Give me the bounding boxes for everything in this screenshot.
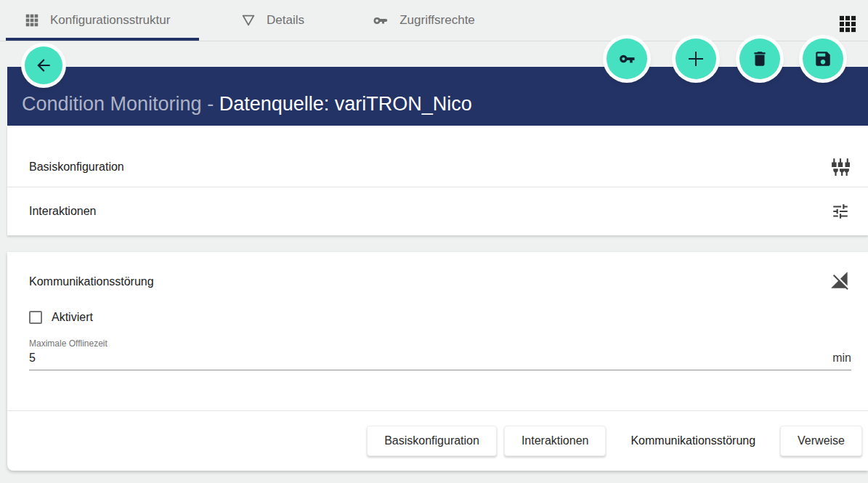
section-label: Basiskonfiguration xyxy=(29,161,124,174)
page-title: Condition Monitoring - Datenquelle: vari… xyxy=(22,93,472,115)
tab-zugriffsrechte[interactable]: Zugriffsrechte xyxy=(340,0,507,41)
field-unit-suffix: min xyxy=(832,352,851,365)
top-tab-bar: Konfigurationsstruktur Details Zugriffsr… xyxy=(0,0,868,41)
funnel-icon xyxy=(240,12,256,28)
trash-icon xyxy=(750,49,769,68)
add-button[interactable] xyxy=(676,38,716,79)
active-tab-underline xyxy=(6,38,199,41)
signal-off-icon xyxy=(830,271,850,291)
apps-grid-button[interactable] xyxy=(836,12,859,36)
checkbox-label: Aktiviert xyxy=(52,311,93,324)
max-offline-time-field: Maximale Offlinezeit min xyxy=(29,338,846,370)
key-icon xyxy=(372,12,389,29)
grid-icon xyxy=(24,12,40,28)
back-button[interactable] xyxy=(25,46,62,84)
page-header: Condition Monitoring - Datenquelle: vari… xyxy=(7,67,868,126)
page-title-context: Condition Monitoring - xyxy=(22,93,219,115)
footer-button-basiskonfiguration[interactable]: Basiskonfiguration xyxy=(367,426,497,456)
footer-button-interaktionen[interactable]: Interaktionen xyxy=(504,426,607,456)
key-icon xyxy=(617,49,637,69)
save-button[interactable] xyxy=(803,38,843,79)
tab-label: Details xyxy=(267,13,304,28)
arrow-left-icon xyxy=(34,56,53,75)
tab-label: Konfigurationsstruktur xyxy=(50,13,170,28)
input-composite-icon xyxy=(831,158,850,176)
section-row-interaktionen[interactable]: Interaktionen xyxy=(7,187,868,235)
kommunikationsstoerung-panel: Kommunikationsstörung Aktiviert Maximale… xyxy=(7,252,868,471)
tune-icon xyxy=(831,202,850,221)
max-offline-time-input[interactable] xyxy=(29,352,832,365)
tab-details[interactable]: Details xyxy=(205,0,340,41)
footer-button-verweise[interactable]: Verweise xyxy=(780,426,862,456)
panel-footer-nav: Basiskonfiguration Interaktionen Kommuni… xyxy=(7,411,868,471)
section-row-basiskonfiguration[interactable]: Basiskonfiguration xyxy=(7,126,868,187)
field-underline: min xyxy=(29,352,851,370)
plus-icon xyxy=(685,48,707,70)
section-label: Interaktionen xyxy=(29,205,97,218)
apps-grid-icon xyxy=(837,14,858,34)
app-window: Konfigurationsstruktur Details Zugriffsr… xyxy=(0,0,868,483)
delete-button[interactable] xyxy=(739,38,780,79)
access-rights-button[interactable] xyxy=(607,38,647,79)
aktiviert-checkbox-row[interactable]: Aktiviert xyxy=(29,311,868,324)
aktiviert-checkbox[interactable] xyxy=(29,311,42,324)
floppy-icon xyxy=(814,49,832,68)
field-label: Maximale Offlinezeit xyxy=(29,338,846,349)
tab-konfigurationsstruktur[interactable]: Konfigurationsstruktur xyxy=(0,0,205,41)
panel-header: Kommunikationsstörung xyxy=(7,252,868,291)
tab-label: Zugriffsrechte xyxy=(399,13,475,28)
section-list: Basiskonfiguration Interaktionen xyxy=(7,126,868,235)
panel-title: Kommunikationsstörung xyxy=(29,271,154,288)
footer-current-section-label: Kommunikationsstörung xyxy=(613,434,773,447)
page-title-main: Datenquelle: variTRON_Nico xyxy=(219,93,472,115)
